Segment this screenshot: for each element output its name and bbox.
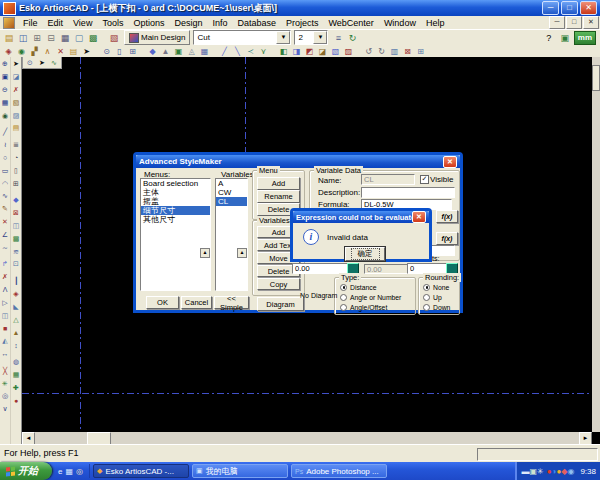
scrollbar-thumb[interactable]	[87, 432, 111, 445]
variables-listbox[interactable]: ACWCL ▲	[215, 178, 248, 291]
tray-icon[interactable]: ✳	[537, 467, 544, 476]
toolbar-icon[interactable]: ⊙	[100, 46, 113, 57]
menus-listbox[interactable]: Board selection主体摇盖细节尺寸其他尺寸 ▲	[140, 178, 211, 291]
mdi-restore-button[interactable]: □	[566, 16, 582, 29]
tool-icon[interactable]: ◫	[0, 309, 10, 322]
tool-icon[interactable]: ▩	[11, 232, 21, 245]
tool-icon[interactable]: ▧	[11, 96, 21, 109]
tool-icon[interactable]: ◪	[11, 71, 21, 84]
tool-icon[interactable]: ➤	[11, 58, 21, 71]
radio-icon[interactable]	[423, 294, 430, 301]
mdi-close-button[interactable]: ✕	[583, 16, 599, 29]
dialog-titlebar[interactable]: Advanced StyleMaker ✕	[136, 155, 460, 168]
list-item[interactable]: CW	[216, 188, 247, 197]
toolbar-icon[interactable]: ▢	[72, 31, 86, 44]
quick-launch-icon[interactable]: ◎	[76, 467, 83, 476]
list-item[interactable]: Board selection	[141, 179, 210, 188]
menu-item[interactable]: File	[18, 18, 43, 28]
variables-copy-button[interactable]: Copy	[257, 278, 300, 290]
toolbar-icon[interactable]: ▦	[198, 46, 211, 57]
toolbar-icon[interactable]: ▲	[159, 46, 172, 57]
tool-icon[interactable]: ▤	[11, 122, 21, 135]
diagram-button[interactable]: Diagram	[257, 297, 304, 311]
tool-icon[interactable]: ∠	[0, 228, 10, 241]
radio-icon[interactable]	[423, 304, 430, 311]
type-radio-option[interactable]: Angle/Offset	[340, 302, 401, 312]
list-item[interactable]: 细节尺寸	[141, 206, 210, 215]
menu-item[interactable]: Options	[128, 18, 169, 28]
radio-icon[interactable]	[340, 304, 347, 311]
tool-icon[interactable]: ✗	[0, 271, 10, 284]
quick-launch-icon[interactable]: e	[58, 467, 62, 476]
tool-icon[interactable]: ◎	[0, 390, 10, 403]
tool-icon[interactable]: ✳	[0, 377, 10, 390]
toolbar-icon[interactable]: ∧	[41, 46, 54, 57]
toolbar-icon[interactable]: ◈	[2, 46, 15, 57]
tray-icon[interactable]: ◉	[567, 467, 574, 476]
main-design-button[interactable]: Main Design	[124, 30, 190, 45]
menu-add-button[interactable]: Add	[257, 177, 300, 190]
chevron-down-icon[interactable]: ▼	[276, 31, 290, 44]
toolbar-icon[interactable]: ╲	[231, 46, 244, 57]
menu-item[interactable]: Help	[421, 18, 450, 28]
rounding-radio-option[interactable]: Up	[423, 292, 450, 302]
scrollbar-thumb[interactable]	[592, 65, 600, 91]
tray-icon[interactable]: ▣	[529, 467, 537, 476]
error-ok-button[interactable]: 确定	[345, 247, 385, 261]
tool-icon[interactable]: ▦	[11, 368, 21, 381]
toolbar-icon[interactable]: ≡	[331, 31, 345, 44]
radio-icon[interactable]	[340, 294, 347, 301]
toolbar-icon[interactable]: ↻	[375, 46, 388, 57]
tool-icon[interactable]: ↱	[0, 258, 10, 271]
toolbar-icon[interactable]: ✕	[54, 46, 67, 57]
tool-icon[interactable]: ✎	[0, 203, 10, 216]
scroll-up-icon[interactable]: ▲	[200, 248, 210, 258]
tool-icon[interactable]: ▨	[11, 109, 21, 122]
list-item[interactable]: 其他尺寸	[141, 215, 210, 224]
tool-icon[interactable]: ◔	[11, 152, 21, 165]
taskbar-task-button[interactable]: ▣ 我的电脑	[192, 464, 288, 478]
layer-combobox[interactable]: Cut▼	[193, 30, 291, 45]
close-button[interactable]: ✕	[580, 1, 597, 15]
tool-icon[interactable]: ➤	[36, 58, 48, 68]
menu-item[interactable]: Database	[232, 18, 281, 28]
menu-item[interactable]: View	[68, 18, 97, 28]
horizontal-scrollbar[interactable]: ◄ ►	[22, 432, 592, 444]
toolbar-icon[interactable]: ▧	[329, 46, 342, 57]
toolbar-icon[interactable]: ⊟	[44, 31, 58, 44]
close-icon[interactable]: ✕	[443, 156, 457, 168]
tool-icon[interactable]: ∿	[48, 58, 60, 68]
scroll-right-icon[interactable]: ►	[579, 432, 592, 445]
tool-icon[interactable]: ⊠	[11, 207, 21, 220]
scroll-left-icon[interactable]: ◄	[22, 432, 35, 445]
toolbar-icon[interactable]: ▥	[388, 46, 401, 57]
tool-icon[interactable]: ✗	[11, 84, 21, 97]
toolbar-icon[interactable]: ▤	[67, 46, 80, 57]
menu-item[interactable]: Projects	[281, 18, 324, 28]
toolbar-icon[interactable]: ◪	[316, 46, 329, 57]
menu-item[interactable]: Edit	[43, 18, 69, 28]
scroll-up-icon[interactable]: ▲	[237, 248, 247, 258]
tool-icon[interactable]: ◠	[0, 177, 10, 190]
menu-item[interactable]: Design	[169, 18, 207, 28]
toolbar-icon[interactable]: ⋎	[257, 46, 270, 57]
tool-icon[interactable]: ╱	[0, 126, 10, 139]
tool-icon[interactable]: ■	[0, 322, 10, 335]
tool-icon[interactable]: ⊖	[0, 84, 10, 97]
simple-button[interactable]: << Simple	[214, 296, 249, 309]
start-button[interactable]: 开始	[0, 462, 52, 480]
tool-icon[interactable]: ≋	[11, 245, 21, 258]
image-icon[interactable]: ▣	[558, 32, 572, 45]
toolbar-icon[interactable]: ▧	[107, 31, 121, 44]
toolbar-icon[interactable]: ◩	[303, 46, 316, 57]
rounding-radio-option[interactable]: None	[423, 282, 450, 292]
toolbar-icon[interactable]: ↺	[362, 46, 375, 57]
tool-icon[interactable]: ▭	[0, 164, 10, 177]
tool-icon[interactable]: ↔	[0, 348, 10, 361]
radio-icon[interactable]	[340, 284, 347, 291]
chevron-down-icon[interactable]: ▼	[313, 31, 327, 44]
tool-icon[interactable]: ◆	[11, 194, 21, 207]
list-item[interactable]: CL	[216, 197, 247, 206]
tool-icon[interactable]: ▷	[0, 296, 10, 309]
tool-icon[interactable]: ▯	[11, 164, 21, 177]
